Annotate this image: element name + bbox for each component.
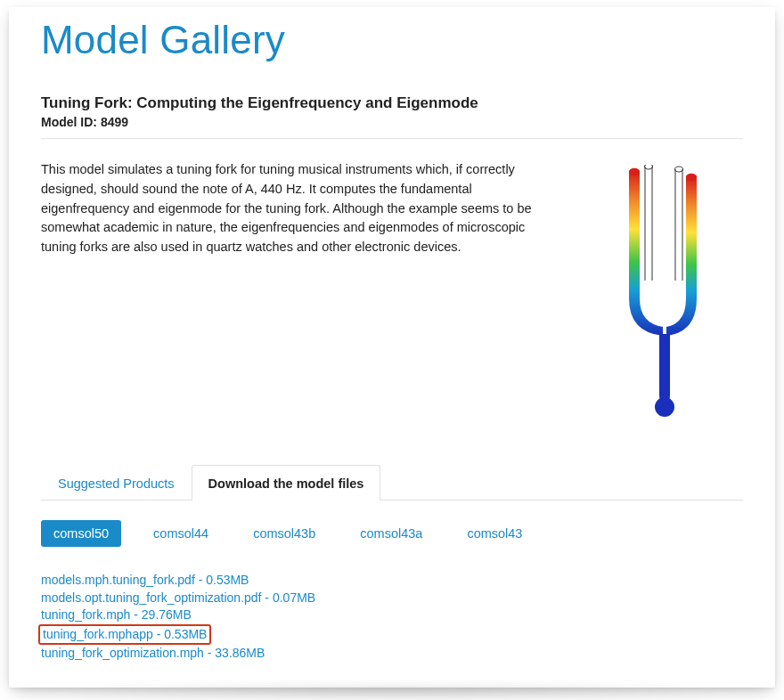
model-title: Tuning Fork: Computing the Eigenfrequenc… [41,94,743,112]
model-thumbnail [583,160,743,427]
file-link-highlighted[interactable]: tuning_fork.mphapp - 0.53MB [43,627,207,641]
version-comsol44[interactable]: comsol44 [141,520,221,547]
version-tabs: comsol50 comsol44 comsol43b comsol43a co… [41,520,743,547]
version-comsol43a[interactable]: comsol43a [347,520,435,547]
file-list: models.mph.tuning_fork.pdf - 0.53MB mode… [41,572,743,663]
file-link[interactable]: models.mph.tuning_fork.pdf - 0.53MB [41,572,743,590]
file-link[interactable]: models.opt.tuning_fork_optimization.pdf … [41,590,743,607]
svg-point-1 [686,174,697,181]
tab-download-files[interactable]: Download the model files [192,465,381,501]
tabs: Suggested Products Download the model fi… [41,465,743,501]
tuning-fork-icon [600,165,725,423]
svg-point-0 [629,168,640,175]
svg-point-2 [645,165,653,169]
model-description: This model simulates a tuning fork for t… [41,160,558,427]
file-link[interactable]: tuning_fork.mph - 29.76MB [41,606,743,624]
model-id: Model ID: 8499 [41,115,743,139]
svg-point-4 [655,397,674,417]
svg-point-3 [675,167,683,172]
file-link[interactable]: tuning_fork_optimization.mph - 33.86MB [41,645,743,663]
version-comsol43b[interactable]: comsol43b [241,520,328,547]
version-comsol43[interactable]: comsol43 [454,520,535,547]
version-comsol50[interactable]: comsol50 [41,520,121,547]
tab-suggested-products[interactable]: Suggested Products [41,465,192,500]
page-title: Model Gallery [41,18,743,62]
